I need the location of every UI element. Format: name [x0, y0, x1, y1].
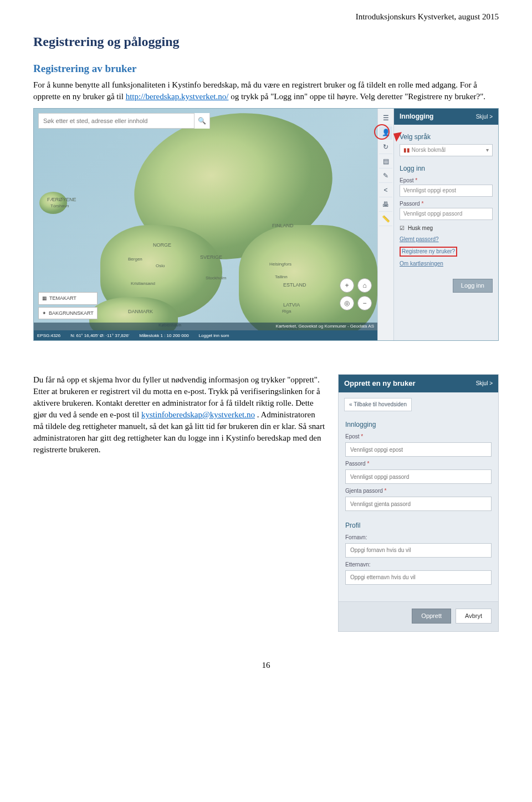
label-norge: NORGE — [153, 242, 171, 249]
panel-header: Innlogging Skjul > — [394, 109, 498, 125]
locate-button[interactable]: ◎ — [340, 296, 354, 310]
registrer-bruker-link[interactable]: Registrere ny bruker? — [400, 247, 493, 257]
back-button[interactable]: « Tilbake til hovedsiden — [344, 398, 412, 411]
velg-sprak-heading: Velg språk — [400, 132, 493, 142]
status-logged: Logget inn som — [199, 333, 229, 339]
globe-icon: ✦ — [42, 310, 47, 317]
login-panel: Innlogging Skjul > Velg språk ▮▮ Norsk b… — [394, 109, 498, 340]
label-danmark: DANMARK — [128, 308, 153, 315]
email-link[interactable]: kystinfoberedskap@kystverket.no — [141, 410, 255, 419]
husk-meg-checkbox[interactable]: ☑ Husk meg — [400, 224, 493, 232]
label-estland: ESTLAND — [283, 282, 306, 289]
ruler-icon[interactable]: 📏 — [379, 213, 392, 226]
s2-passord-label: Passord — [345, 460, 492, 468]
label-sverige: SVERIGE — [200, 254, 222, 261]
refresh-icon[interactable]: ↻ — [379, 141, 392, 154]
epost-label: Epost — [400, 177, 493, 185]
s2-etternavn-input[interactable] — [345, 570, 492, 585]
passord-input[interactable]: Vennligst oppgi passord — [400, 208, 493, 220]
search-bar: 🔍 — [38, 113, 210, 129]
label-tallinn: Tallinn — [275, 274, 288, 280]
beredskap-link[interactable]: http://beredskap.kystverket.no/ — [126, 92, 229, 101]
s2-header: Opprett en ny bruker Skjul > — [339, 375, 498, 392]
intro-paragraph: For å kunne benytte all funksjonaliteten… — [33, 79, 499, 103]
label-stockholm: Stockholm — [206, 275, 226, 281]
language-value: Norsk bokmål — [412, 147, 446, 153]
glemt-passord-link[interactable]: Glemt passord? — [400, 236, 493, 243]
search-icon: 🔍 — [198, 116, 206, 126]
s2-button-row: Opprett Avbryt — [339, 601, 498, 631]
opprett-bruker-screenshot: Opprett en ny bruker Skjul > « Tilbake t… — [338, 374, 499, 632]
temakart-label: TEMAKART — [49, 295, 76, 302]
panel-hide-button[interactable]: Skjul > — [476, 113, 493, 121]
bakgrunnskart-button[interactable]: ✦ BAKGRUNNSKART — [38, 307, 98, 320]
language-select[interactable]: ▮▮ Norsk bokmål ▾ — [400, 144, 493, 156]
label-kristiansand: Kristiansand — [131, 280, 155, 287]
label-latvia: LATVIA — [283, 302, 300, 309]
panel-title: Innlogging — [400, 112, 433, 121]
s2-gjenta-label: Gjenta passord — [345, 487, 492, 495]
logg-inn-heading: Logg inn — [400, 164, 493, 173]
print-icon[interactable]: 🖶 — [379, 198, 392, 212]
intro-text-b: og trykk på "Logg inn" oppe til høyre. V… — [231, 92, 485, 101]
status-epsg: EPSG:4326 — [37, 333, 60, 339]
opprett-button[interactable]: Opprett — [412, 609, 451, 624]
home-extent-button[interactable]: ⌂ — [357, 278, 372, 293]
bakgrunnskart-label: BAKGRUNNSKART — [49, 310, 94, 317]
map-attribution: Kartverket, Geovekst og Kommuner - Geoda… — [34, 323, 377, 330]
zoom-out-button[interactable]: − — [357, 296, 372, 310]
map-canvas[interactable]: FÆRØYENE Tórshavn NORGE Bergen Oslo Kris… — [34, 109, 377, 340]
doc-header: Introduksjonskurs Kystverket, august 201… — [33, 11, 499, 23]
map-screenshot: FÆRØYENE Tórshavn NORGE Bergen Oslo Kris… — [33, 108, 499, 341]
label-faeroyene: FÆRØYENE — [47, 196, 76, 203]
s2-innlogging-heading: Innlogging — [345, 420, 492, 430]
s2-profil-heading: Profil — [345, 521, 492, 530]
s2-fornavn-label: Fornavn: — [345, 534, 492, 542]
logg-inn-button[interactable]: Logg inn — [453, 279, 493, 293]
epost-input[interactable]: Vennligst oppgi epost — [400, 185, 493, 197]
s2-hide-button[interactable]: Skjul > — [476, 380, 493, 387]
checkbox-icon: ☑ — [400, 224, 405, 232]
s2-epost-label: Epost — [345, 433, 492, 441]
s2-epost-input[interactable] — [345, 442, 492, 457]
map-controls: + ⌂ ◎ − — [340, 278, 372, 310]
label-helsingfors: Helsingfors — [269, 261, 291, 267]
temakart-button[interactable]: ▦ TEMAKART — [38, 292, 98, 305]
label-riga: Riga — [282, 308, 291, 314]
highlight-box: Registrere ny bruker? — [400, 247, 457, 257]
label-oslo: Oslo — [156, 263, 165, 269]
status-scale: Målestokk 1 : 10 200 000 — [139, 333, 188, 339]
avbryt-button[interactable]: Avbryt — [456, 609, 492, 624]
label-torshavn: Tórshavn — [50, 203, 69, 209]
s2-title: Opprett en ny bruker — [344, 379, 416, 389]
page-number: 16 — [33, 660, 499, 671]
vertical-toolbar: ☰ 👤 ↻ ▤ ✎ < 🖶 📏 — [377, 109, 394, 340]
label-finland: FINLAND — [272, 222, 294, 229]
s2-passord-input[interactable] — [345, 469, 492, 484]
layers-icon: ▦ — [42, 295, 47, 302]
husk-meg-label: Husk meg — [408, 224, 433, 232]
status-coords: N: 61° 16,405' Ø: ·11° 37,826' — [70, 333, 129, 339]
passord-label: Passord — [400, 200, 493, 208]
om-kartlosningen-link[interactable]: Om kartløsningen — [400, 260, 493, 268]
subheading: Registrering av bruker — [33, 62, 499, 76]
body-paragraph-2: Du får nå opp et skjema hvor du fyller u… — [33, 374, 327, 456]
s2-gjenta-input[interactable] — [345, 497, 492, 511]
zoom-in-button[interactable]: + — [340, 278, 354, 293]
chevron-down-icon: ▾ — [486, 146, 489, 154]
search-button[interactable]: 🔍 — [194, 113, 209, 129]
s2-etternavn-label: Etternavn: — [345, 561, 492, 569]
page-title: Registrering og pålogging — [33, 33, 499, 52]
status-bar: EPSG:4326 N: 61° 16,405' Ø: ·11° 37,826'… — [34, 330, 377, 340]
edit-icon[interactable]: ✎ — [379, 170, 392, 183]
label-bergen: Bergen — [128, 256, 142, 262]
s2-fornavn-input[interactable] — [345, 543, 492, 558]
layers-icon[interactable]: ▤ — [379, 155, 392, 168]
search-input[interactable] — [39, 118, 194, 124]
share-icon[interactable]: < — [379, 184, 392, 197]
menu-icon[interactable]: ☰ — [379, 112, 392, 125]
map-layer-buttons: ▦ TEMAKART ✦ BAKGRUNNSKART — [38, 292, 98, 319]
